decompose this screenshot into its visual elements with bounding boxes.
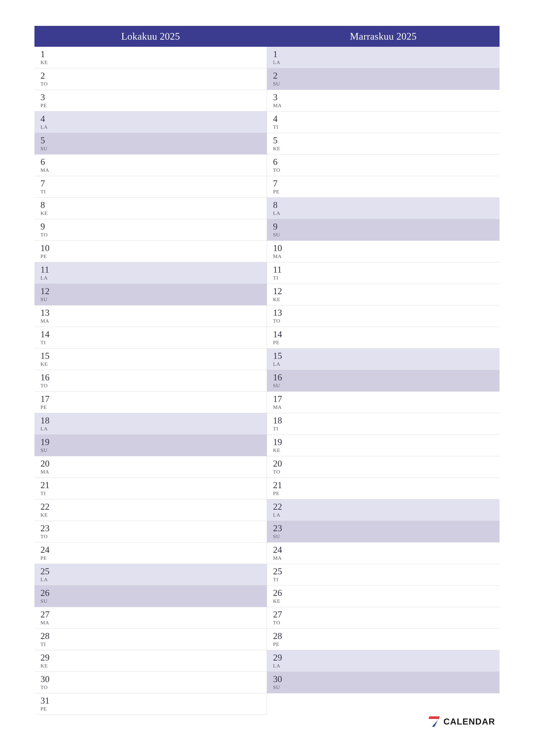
day-number: 6 bbox=[40, 157, 60, 166]
day-row: 14PE bbox=[267, 327, 499, 348]
day-row: 30SU bbox=[267, 672, 499, 693]
day-note-space bbox=[60, 68, 267, 90]
day-row: 7TI bbox=[35, 176, 267, 198]
day-number: 22 bbox=[273, 502, 293, 511]
day-label: 27TO bbox=[267, 607, 293, 629]
day-row: 22LA bbox=[267, 499, 499, 521]
day-row: 15LA bbox=[267, 348, 499, 370]
day-row: 30TO bbox=[35, 672, 267, 693]
day-abbr: TO bbox=[273, 318, 293, 324]
day-row: 23SU bbox=[267, 521, 499, 542]
day-label: 16SU bbox=[267, 370, 293, 392]
day-row: 6TO bbox=[267, 154, 499, 176]
day-note-space bbox=[60, 370, 267, 392]
day-abbr: PE bbox=[273, 339, 293, 345]
day-note-space bbox=[60, 478, 267, 499]
day-abbr: KE bbox=[40, 663, 60, 669]
day-row: 14TI bbox=[35, 327, 267, 348]
month-header: Marraskuu 2025 bbox=[267, 26, 499, 47]
day-note-space bbox=[293, 672, 499, 693]
day-number: 17 bbox=[273, 394, 293, 403]
day-row: 8KE bbox=[35, 198, 267, 219]
day-note-space bbox=[293, 521, 499, 542]
day-abbr: TO bbox=[273, 167, 293, 173]
day-number: 10 bbox=[273, 244, 293, 253]
month-header: Lokakuu 2025 bbox=[35, 26, 267, 47]
day-row: 27MA bbox=[35, 607, 267, 629]
day-row: 18LA bbox=[35, 413, 267, 435]
day-note-space bbox=[293, 607, 499, 629]
day-number: 23 bbox=[273, 524, 293, 533]
day-note-space bbox=[293, 68, 499, 90]
day-label: 7TI bbox=[35, 176, 60, 198]
day-abbr: TO bbox=[40, 383, 60, 389]
day-number: 23 bbox=[40, 524, 60, 533]
day-row: 12SU bbox=[35, 284, 267, 305]
day-row: 21PE bbox=[267, 478, 499, 499]
day-row: 10PE bbox=[35, 241, 267, 262]
day-row: 13MA bbox=[35, 305, 267, 327]
day-number: 18 bbox=[273, 416, 293, 425]
day-note-space bbox=[293, 348, 499, 370]
day-label: 11LA bbox=[35, 262, 60, 284]
day-abbr: TO bbox=[40, 232, 60, 238]
day-note-space bbox=[60, 219, 267, 240]
day-row: 31PE bbox=[35, 693, 267, 715]
day-note-space bbox=[60, 672, 267, 693]
day-note-space bbox=[60, 521, 267, 542]
day-number: 14 bbox=[273, 330, 293, 339]
day-abbr: TO bbox=[273, 620, 293, 626]
day-row: 26KE bbox=[267, 585, 499, 607]
day-number: 7 bbox=[273, 179, 293, 188]
day-row: 19SU bbox=[35, 435, 267, 456]
day-number: 2 bbox=[40, 71, 60, 80]
day-number: 5 bbox=[40, 136, 60, 145]
day-label: 9TO bbox=[35, 219, 60, 240]
month-column-right: Marraskuu 2025 1LA2SU3MA4TI5KE6TO7PE8LA9… bbox=[267, 26, 499, 715]
day-row: 24MA bbox=[267, 542, 499, 564]
day-abbr: LA bbox=[273, 60, 293, 65]
day-abbr: PE bbox=[40, 706, 60, 712]
day-number: 15 bbox=[40, 351, 60, 360]
day-abbr: MA bbox=[273, 555, 293, 561]
day-row: 17MA bbox=[267, 392, 499, 413]
day-number: 24 bbox=[40, 545, 60, 554]
day-number: 20 bbox=[273, 459, 293, 468]
day-number: 16 bbox=[40, 373, 60, 382]
day-row: 13TO bbox=[267, 305, 499, 327]
day-row: 3PE bbox=[35, 90, 267, 111]
day-row: 26SU bbox=[35, 585, 267, 607]
day-number: 6 bbox=[273, 157, 293, 166]
day-label: 7PE bbox=[267, 176, 293, 198]
day-abbr: MA bbox=[40, 318, 60, 324]
day-note-space bbox=[293, 650, 499, 671]
day-row: 29KE bbox=[35, 650, 267, 672]
day-abbr: TI bbox=[273, 124, 293, 130]
day-note-space bbox=[293, 284, 499, 305]
day-row: 16SU bbox=[267, 370, 499, 392]
day-label: 23SU bbox=[267, 521, 293, 542]
day-abbr: SU bbox=[273, 383, 293, 389]
day-note-space bbox=[293, 47, 499, 68]
day-number: 12 bbox=[40, 286, 60, 296]
day-abbr: LA bbox=[273, 663, 293, 669]
day-abbr: LA bbox=[40, 275, 60, 281]
day-label: 28TI bbox=[35, 629, 60, 650]
day-row: 9TO bbox=[35, 219, 267, 241]
day-label: 6TO bbox=[267, 154, 293, 176]
day-note-space bbox=[60, 435, 267, 456]
day-label: 12KE bbox=[267, 284, 293, 305]
day-abbr: SU bbox=[40, 598, 60, 604]
day-abbr: KE bbox=[40, 210, 60, 216]
day-note-space bbox=[60, 456, 267, 477]
day-note-space bbox=[60, 262, 267, 284]
day-row: 21TI bbox=[35, 478, 267, 499]
day-number: 19 bbox=[273, 438, 293, 446]
day-abbr: LA bbox=[273, 361, 293, 367]
day-number: 27 bbox=[273, 610, 293, 619]
day-label: 23TO bbox=[35, 521, 60, 542]
day-number: 21 bbox=[273, 481, 293, 490]
day-note-space bbox=[60, 154, 267, 176]
day-row: 17PE bbox=[35, 392, 267, 413]
day-label: 4LA bbox=[35, 111, 60, 133]
